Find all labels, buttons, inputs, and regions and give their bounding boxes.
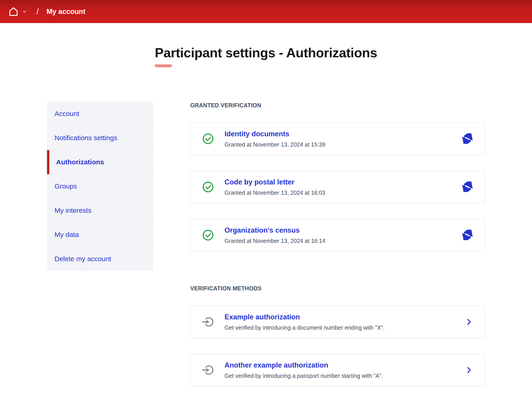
renew-authorization-button[interactable] (462, 133, 473, 144)
breadcrumb-separator: / (36, 7, 39, 16)
home-icon (8, 6, 19, 17)
chevron-right-icon[interactable] (466, 366, 473, 375)
sidebar-item-delete-my-account[interactable]: Delete my account (47, 247, 153, 271)
chevron-right-icon[interactable] (466, 317, 473, 326)
verification-method-description: Get verified by introducing a passport n… (224, 372, 466, 379)
login-icon (202, 316, 214, 328)
check-circle-icon (202, 133, 214, 145)
granted-at-text: Granted at November 13, 2024 at 16:03 (224, 189, 462, 196)
granted-authorization-card: Code by postal letter Granted at Novembe… (190, 171, 485, 203)
granted-authorization-card: Organization's census Granted at Novembe… (190, 219, 485, 252)
home-button[interactable] (8, 6, 19, 17)
refresh-icon (462, 133, 473, 144)
top-navbar: / My account (0, 0, 532, 23)
authorization-link[interactable]: Identity documents (224, 130, 289, 138)
chevron-down-icon[interactable] (22, 9, 27, 14)
granted-authorization-card: Identity documents Granted at November 1… (190, 123, 485, 155)
verification-method-card[interactable]: Another example authorization Get verifi… (190, 354, 485, 386)
granted-at-text: Granted at November 13, 2024 at 16:14 (224, 238, 462, 244)
sidebar-item-my-interests[interactable]: My interests (47, 198, 153, 223)
login-icon (202, 364, 214, 376)
breadcrumb-current-my-account[interactable]: My account (47, 7, 85, 16)
page-title-block: Participant settings - Authorizations (0, 45, 532, 67)
refresh-icon (462, 181, 473, 193)
account-settings-sidebar: Account Notifications settings Authoriza… (47, 102, 153, 271)
sidebar-item-my-data[interactable]: My data (47, 223, 153, 247)
verification-methods-heading: VERIFICATION METHODS (190, 285, 485, 292)
renew-authorization-button[interactable] (462, 181, 473, 193)
sidebar-item-notifications-settings[interactable]: Notifications settings (47, 126, 153, 150)
authorization-link[interactable]: Code by postal letter (224, 178, 295, 186)
renew-authorization-button[interactable] (462, 230, 473, 241)
check-circle-icon (202, 181, 214, 193)
granted-verification-heading: GRANTED VERIFICATION (190, 102, 485, 109)
authorizations-main: GRANTED VERIFICATION Identity documents … (190, 102, 485, 386)
page-title: Participant settings - Authorizations (155, 45, 377, 61)
verification-method-link[interactable]: Example authorization (224, 313, 300, 321)
sidebar-item-authorizations[interactable]: Authorizations (47, 150, 153, 174)
check-circle-icon (202, 229, 214, 241)
verification-method-link[interactable]: Another example authorization (224, 361, 328, 369)
authorization-link[interactable]: Organization's census (224, 226, 300, 235)
sidebar-item-groups[interactable]: Groups (47, 174, 153, 198)
title-underline-decoration (155, 64, 172, 67)
granted-at-text: Granted at November 13, 2024 at 15:39 (224, 141, 462, 148)
verification-method-description: Get verified by introducing a document n… (224, 324, 466, 331)
sidebar-item-account[interactable]: Account (47, 102, 153, 126)
verification-method-card[interactable]: Example authorization Get verified by in… (190, 306, 485, 338)
refresh-icon (462, 230, 473, 241)
